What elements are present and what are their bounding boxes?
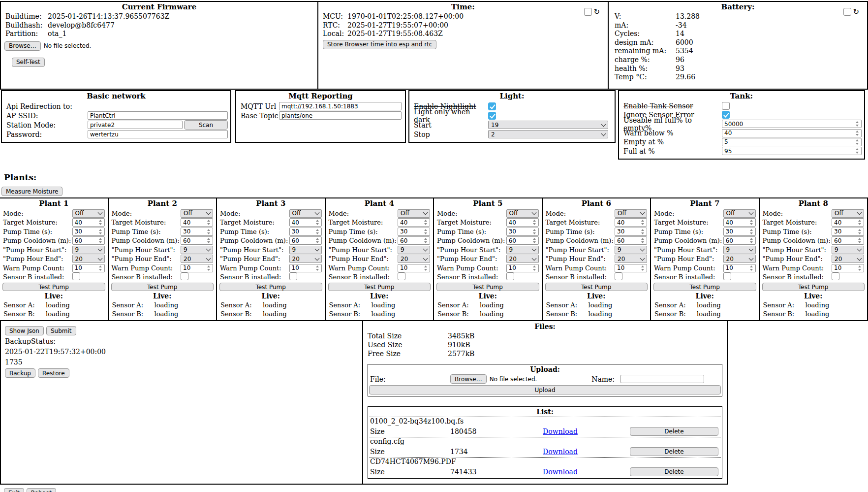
exit-button[interactable]: Exit bbox=[4, 488, 24, 492]
spinner[interactable] bbox=[99, 237, 103, 244]
pump-hour-end-select[interactable]: 20 bbox=[723, 255, 756, 263]
target-moisture-input[interactable] bbox=[75, 219, 98, 226]
spinner[interactable] bbox=[316, 228, 320, 235]
download-link[interactable]: Download bbox=[543, 448, 578, 456]
test-pump-button[interactable]: Test Pump bbox=[219, 283, 322, 291]
spinner[interactable] bbox=[641, 219, 646, 226]
sensor-b-installed-checkbox[interactable] bbox=[289, 272, 297, 280]
firmware-browse-button[interactable]: Browse… bbox=[4, 41, 41, 51]
pump-time-input[interactable] bbox=[292, 228, 315, 235]
warn-pump-count-input[interactable] bbox=[834, 264, 857, 271]
time-auto-refresh-checkbox[interactable] bbox=[584, 8, 592, 16]
pump-time-input[interactable] bbox=[834, 228, 857, 235]
tank-full-input[interactable] bbox=[724, 148, 855, 155]
mode-select[interactable]: Off bbox=[72, 209, 105, 218]
password-input[interactable] bbox=[88, 130, 228, 138]
sensor-b-installed-checkbox[interactable] bbox=[398, 272, 405, 280]
pump-cooldown-input[interactable] bbox=[617, 237, 640, 244]
pump-hour-end-select[interactable]: 20 bbox=[289, 255, 322, 263]
tank-useable-input[interactable] bbox=[724, 121, 855, 128]
refresh-icon[interactable]: ↻ bbox=[853, 8, 859, 16]
spinner[interactable] bbox=[750, 237, 754, 244]
measure-moisture-button[interactable]: Measure Moisture bbox=[1, 187, 62, 196]
spinner[interactable] bbox=[424, 228, 429, 235]
target-moisture-input[interactable] bbox=[292, 219, 315, 226]
spinner[interactable] bbox=[207, 219, 212, 226]
delete-button[interactable]: Delete bbox=[630, 467, 718, 476]
sensor-b-installed-checkbox[interactable] bbox=[181, 272, 188, 280]
enable-tank-sensor-checkbox[interactable] bbox=[722, 102, 730, 110]
scan-button[interactable]: Scan bbox=[184, 120, 228, 130]
spinner[interactable] bbox=[533, 219, 537, 226]
pump-time-input[interactable] bbox=[75, 228, 98, 235]
pump-time-input[interactable] bbox=[617, 228, 640, 235]
tank-empty-input[interactable] bbox=[724, 138, 855, 145]
spinner[interactable] bbox=[858, 219, 863, 226]
restore-button[interactable]: Restore bbox=[38, 368, 69, 378]
spinner[interactable] bbox=[316, 219, 320, 226]
spinner[interactable] bbox=[856, 138, 860, 146]
pump-time-input[interactable] bbox=[183, 228, 206, 235]
test-pump-button[interactable]: Test Pump bbox=[545, 283, 648, 291]
spinner[interactable] bbox=[750, 219, 754, 226]
spinner[interactable] bbox=[424, 237, 429, 244]
mode-select[interactable]: Off bbox=[398, 209, 430, 218]
mode-select[interactable]: Off bbox=[506, 209, 539, 218]
test-pump-button[interactable]: Test Pump bbox=[328, 283, 431, 291]
spinner[interactable] bbox=[424, 264, 429, 272]
mode-select[interactable]: Off bbox=[615, 209, 647, 218]
pump-hour-start-select[interactable]: 9 bbox=[181, 246, 213, 254]
self-test-button[interactable]: Self-Test bbox=[12, 58, 45, 67]
pump-cooldown-input[interactable] bbox=[509, 237, 532, 244]
sensor-b-installed-checkbox[interactable] bbox=[832, 272, 839, 280]
upload-button[interactable]: Upload bbox=[369, 385, 721, 394]
battery-auto-refresh-checkbox[interactable] bbox=[843, 8, 851, 16]
store-browser-time-button[interactable]: Store Browser time into esp and rtc bbox=[323, 40, 436, 49]
mode-select[interactable]: Off bbox=[181, 209, 213, 218]
spinner[interactable] bbox=[856, 120, 860, 128]
tank-warn-input[interactable] bbox=[724, 130, 855, 136]
pump-hour-end-select[interactable]: 20 bbox=[72, 255, 105, 263]
pump-hour-start-select[interactable]: 9 bbox=[289, 246, 322, 254]
mode-select[interactable]: Off bbox=[832, 209, 864, 218]
test-pump-button[interactable]: Test Pump bbox=[653, 283, 756, 291]
test-pump-button[interactable]: Test Pump bbox=[2, 283, 105, 291]
warn-pump-count-input[interactable] bbox=[617, 264, 640, 271]
warn-pump-count-input[interactable] bbox=[509, 264, 532, 271]
pump-time-input[interactable] bbox=[509, 228, 532, 235]
light-only-dark-checkbox[interactable] bbox=[488, 112, 496, 120]
station-mode-input[interactable] bbox=[88, 121, 183, 129]
warn-pump-count-input[interactable] bbox=[75, 264, 98, 271]
light-stop-select[interactable]: 2 bbox=[488, 130, 608, 138]
pump-hour-start-select[interactable]: 9 bbox=[72, 246, 105, 254]
pump-hour-end-select[interactable]: 20 bbox=[615, 255, 647, 263]
pump-hour-start-select[interactable]: 9 bbox=[398, 246, 430, 254]
pump-hour-end-select[interactable]: 20 bbox=[506, 255, 539, 263]
pump-cooldown-input[interactable] bbox=[75, 237, 98, 244]
target-moisture-input[interactable] bbox=[400, 219, 423, 226]
upload-name-input[interactable] bbox=[620, 375, 704, 383]
spinner[interactable] bbox=[858, 264, 863, 272]
target-moisture-input[interactable] bbox=[509, 219, 532, 226]
pump-hour-start-select[interactable]: 9 bbox=[615, 246, 647, 254]
spinner[interactable] bbox=[533, 264, 537, 272]
target-moisture-input[interactable] bbox=[183, 219, 206, 226]
warn-pump-count-input[interactable] bbox=[292, 264, 315, 271]
test-pump-button[interactable]: Test Pump bbox=[111, 283, 214, 291]
spinner[interactable] bbox=[641, 228, 646, 235]
spinner[interactable] bbox=[533, 228, 537, 235]
sensor-b-installed-checkbox[interactable] bbox=[615, 272, 622, 280]
mode-select[interactable]: Off bbox=[723, 209, 756, 218]
reboot-button[interactable]: Reboot bbox=[27, 488, 56, 492]
pump-hour-start-select[interactable]: 9 bbox=[506, 246, 539, 254]
spinner[interactable] bbox=[641, 264, 646, 272]
spinner[interactable] bbox=[750, 264, 754, 272]
spinner[interactable] bbox=[424, 219, 429, 226]
spinner[interactable] bbox=[316, 237, 320, 244]
spinner[interactable] bbox=[207, 228, 212, 235]
pump-time-input[interactable] bbox=[400, 228, 423, 235]
sensor-b-installed-checkbox[interactable] bbox=[72, 272, 80, 280]
upload-browse-button[interactable]: Browse… bbox=[450, 374, 487, 384]
pump-cooldown-input[interactable] bbox=[834, 237, 857, 244]
show-json-button[interactable]: Show Json bbox=[5, 326, 44, 335]
